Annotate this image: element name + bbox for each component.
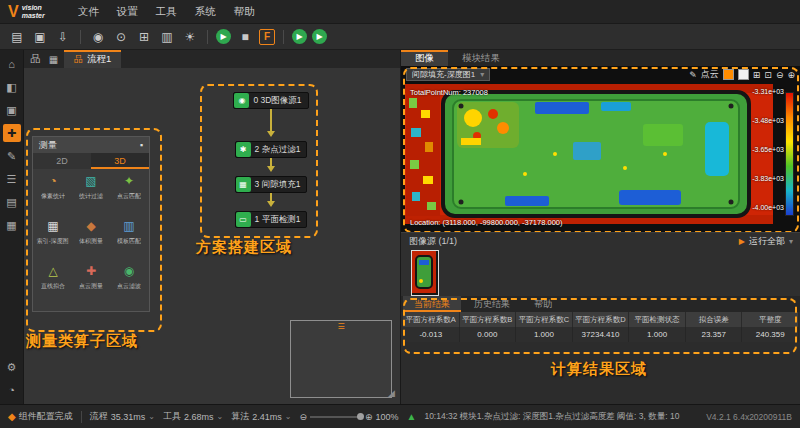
menu-help[interactable]: 帮助	[225, 0, 264, 23]
chevron-down-icon: ▾	[480, 70, 484, 79]
version-text: V4.2.1 6.4x20200911B	[706, 412, 792, 422]
operator-template-match[interactable]: ▥ 模板匹配	[110, 218, 148, 262]
run-once-icon[interactable]: ▶	[216, 29, 231, 44]
zoom-slider[interactable]	[310, 416, 362, 418]
flow-time[interactable]: 流程 35.31ms ⌄	[90, 410, 155, 423]
measure-tools-icon[interactable]: ✚	[3, 124, 21, 142]
zoom-out-icon[interactable]: ⊖	[776, 70, 784, 80]
algo-time[interactable]: 算法 2.41ms ⌄	[231, 410, 291, 423]
flow-grid-icon[interactable]: ▦	[46, 54, 61, 65]
menu-settings[interactable]: 设置	[108, 0, 147, 23]
zoom-in-icon[interactable]: ⊕	[365, 412, 373, 422]
image-source-section: 图像源 (1/1) ▶ 运行全部 ▾	[401, 232, 800, 296]
node-plane-detect[interactable]: ▭ 1 平面检测1	[235, 211, 308, 228]
menu-tools[interactable]: 工具	[147, 0, 186, 23]
tab-module-result[interactable]: 模块结果	[448, 50, 514, 66]
light-icon[interactable]: ☀	[181, 28, 199, 46]
tab-image[interactable]: 图像	[401, 50, 448, 66]
depth-map-image[interactable]	[405, 84, 773, 224]
tab-2d[interactable]: 2D	[33, 153, 91, 169]
total-point-count: TotalPointNum: 237008	[410, 88, 488, 97]
operator-grid: ◔ 像素统计 ▧ 统计过滤 ✦ 点云匹配 ▦ 索引-深度图 ◆ 体积测量	[33, 169, 149, 311]
results-table: 平面方程系数A 平面方程系数B 平面方程系数C 平面方程系数D 平面检测状态 拟…	[403, 312, 799, 342]
matrix-icon[interactable]: ▥	[158, 28, 176, 46]
annotate-icon[interactable]: ✎	[3, 147, 21, 165]
global-trigger-icon[interactable]: ⊙	[112, 28, 130, 46]
node-gap-fill[interactable]: ▦ 3 间隙填充1	[235, 176, 308, 193]
canvas-note-box[interactable]: ☰	[290, 320, 392, 398]
home-view-icon[interactable]: ⌂	[3, 55, 21, 73]
run-process-icon[interactable]: ▶	[292, 29, 307, 44]
node-3d-image-source[interactable]: ◉ 0 3D图像源1	[233, 92, 308, 109]
chevron-down-icon: ⌄	[285, 412, 292, 421]
color-swatch-white[interactable]	[738, 69, 749, 80]
tab-history-result[interactable]: 历史结果	[463, 296, 521, 312]
tab-flow1[interactable]: 品 流程1	[64, 50, 121, 68]
operator-line-fit[interactable]: △ 直线拟合	[34, 263, 72, 307]
flow-tabbar: 品 ▦ 品 流程1	[24, 50, 400, 69]
zoom-out-icon[interactable]: ⊖	[299, 412, 307, 422]
tab-3d[interactable]: 3D	[91, 153, 149, 169]
operator-stat-filter[interactable]: ▧ 统计过滤	[72, 173, 110, 217]
camera-icon[interactable]: ◉	[89, 28, 107, 46]
roi-view-icon[interactable]: ▣	[3, 101, 21, 119]
history-icon[interactable]: ◔	[3, 381, 21, 399]
open-icon[interactable]: ▣	[31, 28, 49, 46]
operator-icon: △	[48, 263, 57, 279]
operator-cloud-filter[interactable]: ◉ 点云滤波	[110, 263, 148, 307]
image-thumbnail[interactable]	[411, 250, 439, 296]
fit-view-icon[interactable]: ⊞	[753, 70, 761, 80]
node-icon: ▭	[236, 212, 251, 227]
colorbar-tick: -4.00e+03	[752, 204, 784, 211]
operator-pixel-stats[interactable]: ◔ 像素统计	[34, 173, 72, 217]
run-all-dropdown[interactable]: ▶ 运行全部 ▾	[739, 235, 793, 248]
export-icon[interactable]: ⇩	[54, 28, 72, 46]
format-tool-icon[interactable]: F	[259, 29, 275, 45]
logo-line1: vision	[22, 4, 45, 12]
operator-icon: ◔	[49, 173, 56, 189]
toolbar-separator	[207, 30, 208, 44]
save-icon[interactable]: ▤	[8, 28, 26, 46]
app-window: V vision master 文件 设置 工具 系统 帮助 ▤ ▣ ⇩ ◉ ⊙…	[0, 0, 800, 428]
draw-icon[interactable]: ✎	[689, 70, 697, 80]
tool-time[interactable]: 工具 2.68ms ⌄	[163, 410, 223, 423]
titlebar: V vision master 文件 设置 工具 系统 帮助	[0, 0, 800, 24]
calibration-icon[interactable]: ⊞	[135, 28, 153, 46]
log-message[interactable]: 10:14:32 模块1.杂点过滤: 深度图1.杂点过滤高度差 阈值: 3, 数…	[424, 411, 698, 423]
drag-grip-icon[interactable]: ☰	[337, 322, 344, 331]
zoom-in-icon[interactable]: ⊕	[787, 70, 795, 80]
canvas-resize-icon[interactable]: ◢	[388, 388, 395, 398]
operator-cloud-measure[interactable]: ✚ 点云测量	[72, 263, 110, 307]
flow-canvas[interactable]: 测量 ▪ 2D 3D ◔ 像素统计 ▧ 统计过滤 ✦ 点云	[24, 68, 400, 404]
flow-connector	[267, 158, 275, 176]
node-noise-filter[interactable]: ✱ 2 杂点过滤1	[235, 141, 308, 158]
chevron-down-icon: ▾	[789, 237, 793, 246]
toolbar-separator	[80, 30, 81, 44]
grid-view-icon[interactable]: ▦	[3, 216, 21, 234]
logo-v-icon: V	[8, 4, 19, 20]
menu-system[interactable]: 系统	[186, 0, 225, 23]
operator-volume[interactable]: ◆ 体积测量	[72, 218, 110, 262]
menu-file[interactable]: 文件	[69, 0, 108, 23]
one-to-one-icon[interactable]: ⊡	[764, 70, 772, 80]
tab-help[interactable]: 帮助	[523, 296, 563, 312]
image-source-select[interactable]: 间隙填充-深度图1 ▾	[406, 68, 490, 81]
stop-icon[interactable]: ■	[236, 28, 254, 46]
operator-index-depth[interactable]: ▦ 索引-深度图	[34, 218, 72, 262]
camera-view-icon[interactable]: ◧	[3, 78, 21, 96]
tab-current-result[interactable]: 当前结果	[403, 296, 461, 312]
colorbar-tick: -3.65e+03	[752, 146, 784, 153]
flow-graph-icon[interactable]: 品	[28, 52, 43, 66]
node-icon: ▦	[236, 177, 251, 192]
layers-icon[interactable]: ▤	[3, 193, 21, 211]
operator-cloud-match[interactable]: ✦ 点云匹配	[110, 173, 148, 217]
log-alert-icon[interactable]: ▲	[407, 411, 417, 422]
settings-icon[interactable]: ⚙	[3, 358, 21, 376]
zoom-slider-knob[interactable]	[357, 413, 364, 420]
color-swatch-orange[interactable]	[723, 69, 734, 80]
statusbar-separator	[81, 411, 82, 423]
pin-icon[interactable]: ▪	[140, 140, 143, 150]
run-all-icon[interactable]: ▶	[312, 29, 327, 44]
operator-icon: ▧	[85, 173, 96, 189]
list-view-icon[interactable]: ☰	[3, 170, 21, 188]
